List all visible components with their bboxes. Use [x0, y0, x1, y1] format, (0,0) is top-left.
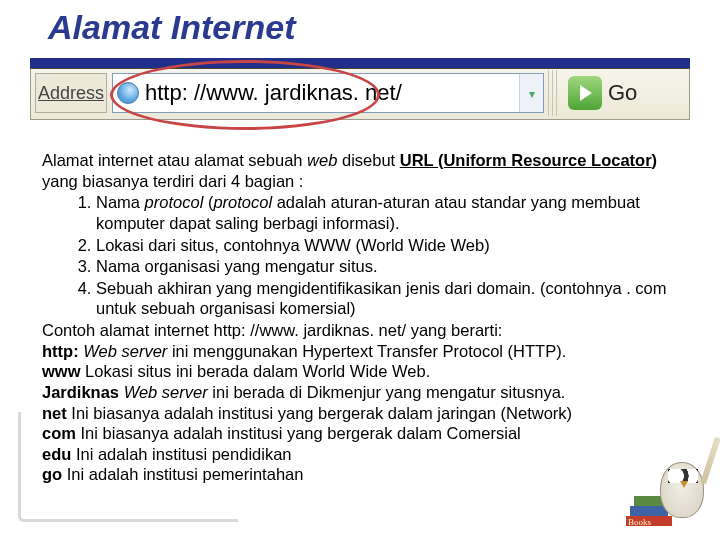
intro-close: ) — [652, 151, 658, 169]
intro-url-term: URL (Uniform Resource Locator — [400, 151, 652, 169]
body-text: Alamat internet atau alamat sebuah web d… — [42, 150, 672, 485]
def-term: Jardiknas — [42, 383, 119, 401]
def-tail: ini menggunakan Hypertext Transfer Proto… — [167, 342, 566, 360]
definition-line: go Ini adalah institusi pemerintahan — [42, 464, 672, 485]
list-item: Sebuah akhiran yang mengidentifikasikan … — [96, 278, 672, 319]
def-term: net — [42, 404, 67, 422]
definitions: http: Web server ini menggunakan Hyperte… — [42, 341, 672, 485]
toolbar-separator — [548, 70, 558, 116]
list-item: Nama protocol (protocol adalah aturan-at… — [96, 192, 672, 233]
def-term: go — [42, 465, 62, 483]
def-tail: Ini adalah institusi pendidikan — [76, 445, 292, 463]
li1-mid1: ( — [203, 193, 213, 211]
url-input[interactable]: http: //www. jardiknas. net/ ▾ — [112, 73, 544, 113]
def-tail: Lokasi situs ini berada dalam World Wide… — [85, 362, 430, 380]
address-label: Address — [38, 83, 104, 104]
li1-i1: protocol — [145, 193, 204, 211]
address-label-box[interactable]: Address — [35, 73, 107, 113]
quill-icon — [700, 436, 720, 484]
list-item: Nama organisasi yang mengatur situs. — [96, 256, 672, 277]
definition-line: Jardiknas Web server ini berada di Dikme… — [42, 382, 672, 403]
intro-mid: disebut — [337, 151, 399, 169]
url-dropdown-button[interactable]: ▾ — [519, 74, 543, 113]
def-italic: Web server — [83, 342, 167, 360]
intro-web: web — [307, 151, 337, 169]
def-tail: ini berada di Dikmenjur yang mengatur si… — [208, 383, 566, 401]
definition-line: com Ini biasanya adalah institusi yang b… — [42, 423, 672, 444]
li1-i2: protocol — [213, 193, 272, 211]
owl-body-icon — [660, 462, 704, 518]
go-button[interactable]: Go — [562, 73, 643, 113]
intro-tail: yang biasanya terdiri dari 4 bagian : — [42, 172, 303, 190]
def-tail: Ini adalah institusi pemerintahan — [67, 465, 304, 483]
arrow-right-icon — [568, 76, 602, 110]
globe-icon — [117, 82, 139, 104]
def-term: www — [42, 362, 81, 380]
slide: Alamat Internet Address http: //www. jar… — [0, 0, 720, 540]
def-tail: Ini biasanya adalah institusi yang berge… — [71, 404, 572, 422]
slide-title: Alamat Internet — [48, 8, 296, 47]
def-term: edu — [42, 445, 71, 463]
title-underline — [30, 58, 690, 68]
numbered-list: Nama protocol (protocol adalah aturan-at… — [90, 192, 672, 319]
def-term: http: — [42, 342, 79, 360]
example-intro: Contoh alamat internet http: //www. jard… — [42, 320, 672, 341]
def-italic: Web server — [124, 383, 208, 401]
go-label: Go — [608, 80, 637, 106]
definition-line: http: Web server ini menggunakan Hyperte… — [42, 341, 672, 362]
url-text: http: //www. jardiknas. net/ — [145, 80, 402, 106]
def-term: com — [42, 424, 76, 442]
owl-illustration — [626, 436, 706, 526]
toolbar-top-border — [30, 68, 690, 69]
intro-pre: Alamat internet atau alamat sebuah — [42, 151, 307, 169]
definition-line: www Lokasi situs ini berada dalam World … — [42, 361, 672, 382]
definition-line: net Ini biasanya adalah institusi yang b… — [42, 403, 672, 424]
li1-pre: Nama — [96, 193, 145, 211]
def-tail: Ini biasanya adalah institusi yang berge… — [81, 424, 521, 442]
definition-line: edu Ini adalah institusi pendidikan — [42, 444, 672, 465]
list-item: Lokasi dari situs, contohnya WWW (World … — [96, 235, 672, 256]
intro-line: Alamat internet atau alamat sebuah web d… — [42, 150, 672, 191]
